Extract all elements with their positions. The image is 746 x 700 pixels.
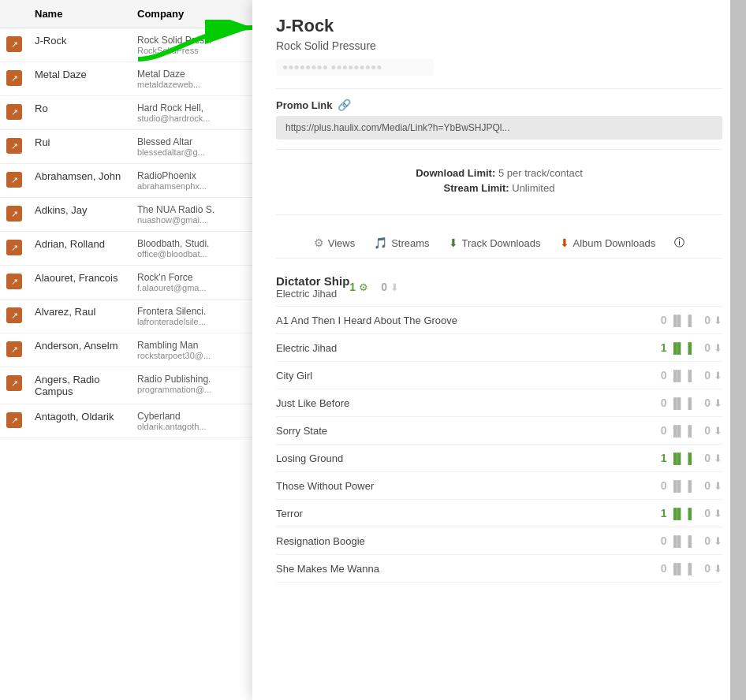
row-expand-icon[interactable]: ↗: [6, 412, 22, 428]
table-row[interactable]: ↗ Alaouret, Francois Rock'n Force f.alao…: [0, 266, 252, 300]
row-expand-icon[interactable]: ↗: [6, 70, 22, 86]
track-stream-icon: ▐▌▐: [670, 563, 692, 575]
table-row[interactable]: ↗ Rui Blessed Altar blessedaltar@g...: [0, 130, 252, 164]
download-limit-label: Download Limit:: [416, 167, 495, 179]
track-dl-count: 0: [704, 479, 711, 492]
row-expand-icon[interactable]: ↗: [6, 104, 22, 120]
track-dl-stat: 0 ⬇: [704, 314, 722, 326]
row-name: Abrahamsen, John: [35, 170, 137, 182]
table-row[interactable]: ↗ Anderson, Anselm Rambling Man rockstar…: [0, 333, 252, 367]
track-stream-icon: ▐▌▐: [670, 425, 692, 437]
row-company: Frontera Silenci. lafronteradelsile...: [137, 306, 246, 326]
track-stream-stat: 0 ▐▌▐: [661, 534, 692, 547]
track-stream-stat: 0 ▐▌▐: [661, 314, 692, 326]
track-stream-stat: 0 ▐▌▐: [661, 424, 692, 437]
row-expand-icon[interactable]: ↗: [6, 274, 22, 289]
track-row: Just Like Before 0 ▐▌▐ 0 ⬇: [276, 389, 722, 417]
album-section: Dictator Ship Electric Jihad 1 ⚙ 0 ⬇ A1 …: [276, 266, 722, 583]
track-dl-stat: 0 ⬇: [704, 534, 722, 547]
link-icon: 🔗: [338, 99, 351, 111]
track-name: Just Like Before: [276, 397, 661, 409]
track-stream-icon: ▐▌▐: [670, 480, 692, 492]
track-stream-count: 1: [661, 341, 667, 354]
tracks-list: A1 And Then I Heard About The Groove 0 ▐…: [276, 307, 722, 583]
name-column-header: Name: [35, 8, 137, 20]
limits-section: Download Limit: 5 per track/contact Stre…: [276, 159, 722, 205]
track-stats: 0 ▐▌▐ 0 ⬇: [661, 534, 722, 547]
track-stream-icon: ▐▌▐: [670, 370, 692, 382]
row-expand-icon[interactable]: ↗: [6, 341, 22, 357]
table-body: ↗ J-Rock Rock Solid Press. RockSolidPres…: [0, 28, 252, 438]
track-dl-stat: 0 ⬇: [704, 507, 722, 519]
album-dl-count-icon: ⬇: [390, 281, 399, 293]
row-name: Adkins, Jay: [35, 204, 137, 216]
row-expand-icon[interactable]: ↗: [6, 307, 22, 323]
table-row[interactable]: ↗ Adkins, Jay The NUA Radio S. nuashow@g…: [0, 198, 252, 232]
tab-track-dl-label: Track Downloads: [462, 237, 541, 249]
track-dl-stat: 0 ⬇: [704, 369, 722, 382]
row-icon: ↗: [6, 238, 35, 255]
table-row[interactable]: ↗ Alvarez, Raul Frontera Silenci. lafron…: [0, 300, 252, 333]
track-dl-count: 0: [704, 397, 711, 409]
track-dl-stat: 0 ⬇: [704, 452, 722, 464]
table-row[interactable]: ↗ Antagoth, Oldarik Cyberland oldarik.an…: [0, 404, 252, 438]
tab-streams[interactable]: 🎵 Streams: [374, 236, 429, 250]
row-expand-icon[interactable]: ↗: [6, 36, 22, 52]
promo-link-value[interactable]: https://plus.haulix.com/Media/Link?h=YbB…: [276, 116, 722, 140]
row-icon: ↗: [6, 411, 35, 428]
track-stream-count: 0: [661, 314, 667, 326]
table-row[interactable]: ↗ Angers, Radio Campus Radio Publishing.…: [0, 367, 252, 404]
track-stream-icon: ▐▌▐: [670, 535, 692, 547]
track-dl-icon: ⬇: [714, 535, 722, 547]
row-expand-icon[interactable]: ↗: [6, 240, 22, 255]
track-dl-count: 0: [704, 314, 711, 326]
track-row: Terror 1 ▐▌▐ 0 ⬇: [276, 500, 722, 527]
track-dl-count: 0: [704, 341, 711, 354]
table-row[interactable]: ↗ Abrahamsen, John RadioPhoenix abrahams…: [0, 164, 252, 198]
table-row[interactable]: ↗ Adrian, Rolland Bloodbath, Studi. offi…: [0, 232, 252, 266]
track-dl-stat: 0 ⬇: [704, 479, 722, 492]
row-name: Angers, Radio Campus: [35, 374, 137, 397]
tab-track-downloads[interactable]: ⬇ Track Downloads: [449, 236, 541, 250]
track-stats: 0 ▐▌▐ 0 ⬇: [661, 479, 722, 492]
track-dl-stat: 0 ⬇: [704, 424, 722, 437]
row-expand-icon[interactable]: ↗: [6, 206, 22, 222]
track-name: Electric Jihad: [276, 342, 661, 354]
row-expand-icon[interactable]: ↗: [6, 172, 22, 188]
track-stream-stat: 0 ▐▌▐: [661, 479, 692, 492]
track-dl-count: 0: [704, 507, 711, 519]
tab-views-label: Views: [328, 237, 355, 249]
table-row[interactable]: ↗ Ro Hard Rock Hell, studio@hardrock...: [0, 96, 252, 130]
track-dl-count: 0: [704, 369, 711, 382]
tab-album-downloads[interactable]: ⬇ Album Downloads: [560, 236, 656, 250]
row-expand-icon[interactable]: ↗: [6, 138, 22, 154]
row-name: Antagoth, Oldarik: [35, 411, 137, 423]
track-stats: 0 ▐▌▐ 0 ⬇: [661, 424, 722, 437]
row-expand-icon[interactable]: ↗: [6, 375, 22, 391]
table-row[interactable]: ↗ J-Rock Rock Solid Press. RockSolidPres…: [0, 28, 252, 62]
track-stream-count: 0: [661, 424, 667, 437]
track-stream-icon: ▐▌▐: [670, 397, 692, 409]
stream-waves-icon: ⚙: [359, 281, 368, 293]
row-company: Metal Daze metaldazeweb...: [137, 69, 246, 89]
track-dl-icon: ⬇: [714, 397, 722, 409]
divider-1: [276, 88, 722, 89]
album-stream-count: 1: [349, 281, 356, 293]
row-company: Blessed Altar blessedaltar@g...: [137, 136, 246, 157]
table-row[interactable]: ↗ Metal Daze Metal Daze metaldazeweb...: [0, 62, 252, 96]
scroll-edge: [730, 0, 746, 700]
row-icon: ↗: [6, 102, 35, 120]
row-icon: ↗: [6, 306, 35, 323]
track-name: Losing Ground: [276, 452, 661, 464]
track-dl-icon: ⬇: [714, 563, 722, 575]
album-dl-icon: ⬇: [560, 236, 569, 249]
row-icon: ↗: [6, 35, 35, 52]
track-dl-icon: ⬇: [714, 425, 722, 437]
track-row: Losing Ground 1 ▐▌▐ 0 ⬇: [276, 445, 722, 472]
track-dl-icon: ⬇: [714, 342, 722, 354]
row-icon: ↗: [6, 170, 35, 188]
tab-views[interactable]: ⚙ Views: [314, 236, 355, 250]
stats-tabs: ⚙ Views 🎵 Streams ⬇ Track Downloads ⬇ Al…: [276, 225, 722, 259]
track-stats: 0 ▐▌▐ 0 ⬇: [661, 397, 722, 409]
promo-link-label: Promo Link 🔗: [276, 99, 722, 111]
